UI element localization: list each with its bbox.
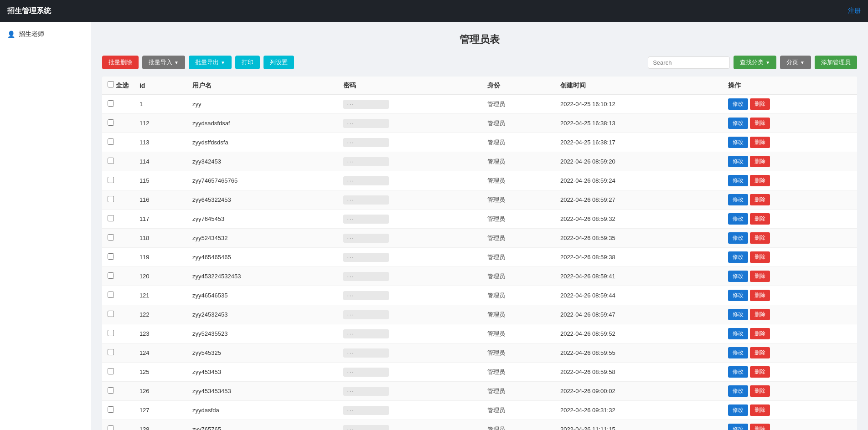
- row-checkbox[interactable]: [108, 215, 114, 221]
- pagination-button[interactable]: 分页 ▼: [780, 56, 811, 69]
- batch-import-button[interactable]: 批量导入 ▼: [142, 56, 185, 69]
- cell-username: zyy453453453: [187, 382, 338, 401]
- modify-button[interactable]: 修改: [728, 137, 748, 148]
- cell-role: 管理员: [482, 382, 555, 401]
- row-checkbox[interactable]: [108, 387, 114, 394]
- sidebar: 👤 招生老师: [0, 22, 91, 430]
- cell-id: 124: [134, 343, 187, 363]
- delete-button[interactable]: 删除: [750, 156, 770, 167]
- delete-button[interactable]: 删除: [750, 328, 770, 339]
- delete-button[interactable]: 删除: [750, 290, 770, 301]
- row-checkbox[interactable]: [108, 138, 114, 145]
- delete-button[interactable]: 删除: [750, 194, 770, 205]
- table-row: 113 zyydsffdsdsfa ··· 管理员 2022-04-25 16:…: [102, 133, 857, 152]
- column-settings-button[interactable]: 列设置: [264, 56, 294, 69]
- cell-username: zyy453453: [187, 363, 338, 382]
- login-link[interactable]: 注册: [848, 7, 861, 15]
- cell-actions: 修改 删除: [723, 343, 857, 363]
- row-checkbox[interactable]: [108, 119, 114, 126]
- table-row: 114 zyy342453 ··· 管理员 2022-04-26 08:59:2…: [102, 152, 857, 171]
- modify-button[interactable]: 修改: [728, 194, 748, 205]
- action-buttons: 修改 删除: [728, 271, 852, 282]
- modify-button[interactable]: 修改: [728, 232, 748, 244]
- row-checkbox[interactable]: [108, 330, 114, 336]
- th-role: 身份: [482, 77, 555, 95]
- select-all-label: 全选: [116, 82, 129, 89]
- delete-button[interactable]: 删除: [750, 385, 770, 397]
- sidebar-item-teacher[interactable]: 👤 招生老师: [0, 26, 91, 43]
- modify-button[interactable]: 修改: [728, 328, 748, 339]
- table-row: 1 zyy ··· 管理员 2022-04-25 16:10:12 修改 删除: [102, 95, 857, 114]
- row-checkbox[interactable]: [108, 406, 114, 413]
- delete-button[interactable]: 删除: [750, 175, 770, 186]
- delete-button[interactable]: 删除: [750, 309, 770, 320]
- th-select-all: 全选: [102, 77, 134, 95]
- cell-created-at: 2022-04-26 08:59:55: [555, 343, 723, 363]
- row-checkbox[interactable]: [108, 100, 114, 107]
- modify-button[interactable]: 修改: [728, 156, 748, 167]
- row-checkbox[interactable]: [108, 234, 114, 241]
- table-row: 122 zyy24532453 ··· 管理员 2022-04-26 08:59…: [102, 305, 857, 324]
- cell-id: 119: [134, 248, 187, 267]
- delete-button[interactable]: 删除: [750, 424, 770, 430]
- cell-role: 管理员: [482, 190, 555, 210]
- modify-button[interactable]: 修改: [728, 290, 748, 301]
- delete-button[interactable]: 删除: [750, 213, 770, 225]
- modify-button[interactable]: 修改: [728, 404, 748, 416]
- cell-checkbox: [102, 95, 134, 114]
- modify-button[interactable]: 修改: [728, 251, 748, 263]
- cell-created-at: 2022-04-25 16:38:17: [555, 133, 723, 152]
- cell-password: ···: [338, 114, 481, 133]
- row-checkbox[interactable]: [108, 253, 114, 260]
- cell-password: ···: [338, 382, 481, 401]
- action-buttons: 修改 删除: [728, 232, 852, 244]
- row-checkbox[interactable]: [108, 272, 114, 279]
- delete-button[interactable]: 删除: [750, 251, 770, 263]
- row-checkbox[interactable]: [108, 311, 114, 317]
- import-dropdown-arrow: ▼: [174, 60, 179, 65]
- modify-button[interactable]: 修改: [728, 213, 748, 225]
- row-checkbox[interactable]: [108, 196, 114, 202]
- delete-button[interactable]: 删除: [750, 137, 770, 148]
- delete-button[interactable]: 删除: [750, 347, 770, 358]
- search-input[interactable]: [648, 56, 730, 69]
- modify-button[interactable]: 修改: [728, 175, 748, 186]
- cell-password: ···: [338, 133, 481, 152]
- cell-id: 123: [134, 324, 187, 343]
- delete-button[interactable]: 删除: [750, 366, 770, 378]
- row-checkbox[interactable]: [108, 349, 114, 355]
- password-dots: ···: [343, 119, 389, 128]
- cell-created-at: 2022-04-26 08:59:41: [555, 267, 723, 286]
- modify-button[interactable]: 修改: [728, 98, 748, 110]
- delete-button[interactable]: 删除: [750, 98, 770, 110]
- modify-button[interactable]: 修改: [728, 118, 748, 129]
- modify-button[interactable]: 修改: [728, 366, 748, 378]
- modify-button[interactable]: 修改: [728, 424, 748, 430]
- row-checkbox[interactable]: [108, 158, 114, 164]
- delete-button[interactable]: 删除: [750, 118, 770, 129]
- cell-actions: 修改 删除: [723, 382, 857, 401]
- delete-button[interactable]: 删除: [750, 404, 770, 416]
- modify-button[interactable]: 修改: [728, 347, 748, 358]
- delete-button[interactable]: 删除: [750, 232, 770, 244]
- cell-created-at: 2022-04-26 09:31:32: [555, 401, 723, 420]
- row-checkbox[interactable]: [108, 177, 114, 183]
- batch-delete-button[interactable]: 批量删除: [102, 56, 139, 69]
- row-checkbox[interactable]: [108, 368, 114, 374]
- select-all-checkbox[interactable]: [108, 81, 114, 87]
- row-checkbox[interactable]: [108, 292, 114, 298]
- print-button[interactable]: 打印: [235, 56, 260, 69]
- find-category-button[interactable]: 查找分类 ▼: [734, 56, 776, 69]
- row-checkbox[interactable]: [108, 425, 114, 430]
- add-admin-button[interactable]: 添加管理员: [815, 56, 857, 69]
- cell-username: zyy7645453: [187, 210, 338, 229]
- delete-button[interactable]: 删除: [750, 271, 770, 282]
- cell-role: 管理员: [482, 401, 555, 420]
- th-password: 密码: [338, 77, 481, 95]
- modify-button[interactable]: 修改: [728, 385, 748, 397]
- modify-button[interactable]: 修改: [728, 271, 748, 282]
- cell-checkbox: [102, 229, 134, 248]
- modify-button[interactable]: 修改: [728, 309, 748, 320]
- cell-actions: 修改 删除: [723, 95, 857, 114]
- batch-export-button[interactable]: 批量导出 ▼: [189, 56, 232, 69]
